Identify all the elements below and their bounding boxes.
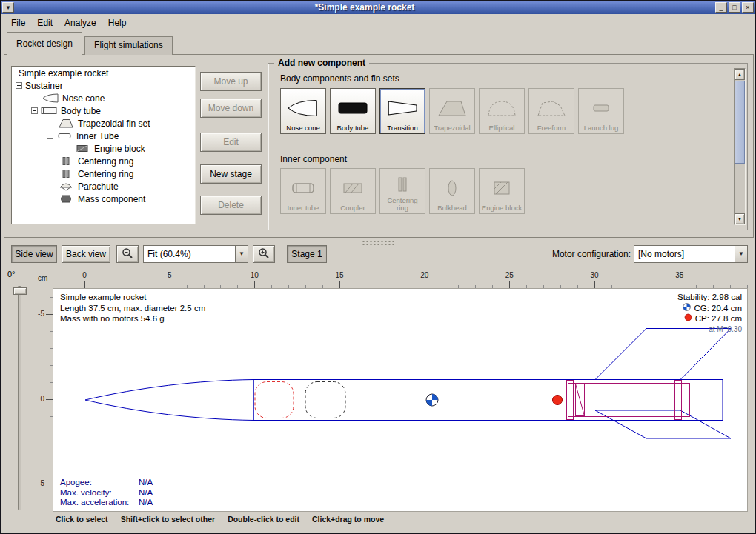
inner-component-label: Inner component <box>280 154 347 164</box>
hint-click-drag: Click+drag to move <box>312 515 384 524</box>
add-elliptical-fin-button[interactable]: Elliptical <box>479 88 525 134</box>
add-inner-tube-button[interactable]: Inner tube <box>280 168 326 214</box>
menu-help[interactable]: Help <box>102 16 133 30</box>
tree-row-nose-cone[interactable]: Nose cone <box>12 92 195 104</box>
rotation-slider-handle[interactable] <box>13 287 27 295</box>
coupler-icon <box>331 171 374 204</box>
add-launch-lug-button[interactable]: Launch lug <box>578 88 624 134</box>
zoom-select[interactable]: Fit (60.4%) ▼ <box>143 245 248 263</box>
body-components-label: Body components and fin sets <box>280 73 399 84</box>
add-centering-ring-button[interactable]: Centering ring <box>379 168 425 214</box>
minimize-button[interactable]: _ <box>715 2 727 13</box>
add-body-tube-button[interactable]: Body tube <box>330 88 376 134</box>
body-tube-icon <box>40 106 58 116</box>
add-coupler-button[interactable]: Coupler <box>330 168 376 214</box>
tab-rocket-design[interactable]: Rocket design <box>7 32 82 55</box>
tree-row-fin-set[interactable]: Trapezoidal fin set <box>12 117 195 130</box>
nose-cone-outline[interactable] <box>85 380 253 421</box>
mass-component-outline[interactable] <box>255 382 294 418</box>
maximize-button[interactable]: □ <box>729 2 740 13</box>
component-scrollbar[interactable]: ▲ ▼ <box>734 68 746 225</box>
chevron-down-icon[interactable]: ▼ <box>735 246 747 262</box>
add-bulkhead-button[interactable]: Bulkhead <box>429 168 475 214</box>
stage-1-toggle[interactable]: Stage 1 <box>287 245 327 263</box>
close-button[interactable]: × <box>742 2 754 13</box>
max-velocity-label: Max. velocity: <box>60 488 139 498</box>
fin-lower-outline[interactable] <box>595 410 731 438</box>
tree-row-rocket[interactable]: Simple example rocket <box>12 67 195 79</box>
body-tube-outline[interactable] <box>253 380 723 421</box>
h-ruler-label: 10 <box>246 271 262 279</box>
menu-edit[interactable]: Edit <box>31 16 59 30</box>
cp-symbol[interactable] <box>553 396 563 405</box>
tree-row-mass-component[interactable]: Mass component <box>12 193 195 205</box>
h-ruler-label: 20 <box>417 271 433 279</box>
group-title: Add new component <box>274 58 369 68</box>
cg-icon <box>683 303 691 314</box>
scrollbar-thumb[interactable] <box>735 81 745 164</box>
cg-symbol[interactable] <box>426 394 438 406</box>
collapse-icon[interactable] <box>47 133 53 139</box>
menu-analyze[interactable]: Analyze <box>59 16 102 30</box>
body-tube-icon <box>331 91 374 124</box>
h-ruler-label: 25 <box>501 271 517 279</box>
collapse-icon[interactable] <box>16 82 22 89</box>
zoom-out-button[interactable] <box>116 245 139 263</box>
menu-file[interactable]: File <box>5 16 31 30</box>
collapse-icon[interactable] <box>31 107 38 114</box>
fin-upper-outline[interactable] <box>595 329 731 380</box>
delete-button[interactable]: Delete <box>200 196 262 215</box>
component-tree[interactable]: Simple example rocket Sustainer Nose con… <box>11 66 196 224</box>
move-down-button[interactable]: Move down <box>200 99 262 118</box>
tree-row-engine-block[interactable]: Engine block <box>12 142 195 155</box>
parachute-outline[interactable] <box>305 382 345 418</box>
tree-label: Nose cone <box>59 93 105 104</box>
back-view-button[interactable]: Back view <box>62 245 110 263</box>
add-transition-button[interactable]: Transition <box>379 88 425 134</box>
tree-row-centering-ring-1[interactable]: Centering ring <box>12 155 195 167</box>
tree-row-inner-tube[interactable]: Inner Tube <box>12 130 195 142</box>
zoom-in-button[interactable] <box>253 245 275 263</box>
tree-row-centering-ring-2[interactable]: Centering ring <box>12 167 195 180</box>
cp-value: CP: 27.8 cm <box>695 313 742 324</box>
centering-ring-front-outline[interactable] <box>567 381 574 420</box>
tree-label: Trapezoidal fin set <box>75 119 150 129</box>
scroll-up-icon[interactable]: ▲ <box>735 69 745 80</box>
stability-value: Stability: 2.98 cal <box>677 292 742 303</box>
tree-label: Inner Tube <box>73 131 119 141</box>
side-view-button[interactable]: Side view <box>11 245 57 263</box>
tab-flight-simulations[interactable]: Flight simulations <box>84 36 173 55</box>
centering-ring-icon <box>57 156 75 166</box>
application-window: ▾ *Simple example rocket _ □ × File Edit… <box>0 0 756 534</box>
window-menu-icon[interactable]: ▾ <box>2 2 14 13</box>
edit-button[interactable]: Edit <box>200 133 262 152</box>
splitter-handle[interactable] <box>362 240 396 246</box>
move-up-button[interactable]: Move up <box>200 72 262 91</box>
scroll-down-icon[interactable]: ▼ <box>735 213 745 224</box>
rocket-figure-canvas[interactable]: Simple example rocket Length 37.5 cm, ma… <box>53 288 748 512</box>
new-stage-button[interactable]: New stage <box>200 164 262 184</box>
tree-label: Parachute <box>75 181 119 192</box>
chevron-down-icon[interactable]: ▼ <box>235 246 248 262</box>
ruler-unit-label: cm <box>38 274 47 282</box>
add-nose-cone-button[interactable]: Nose cone <box>280 88 326 134</box>
rotation-slider[interactable] <box>18 286 21 510</box>
add-trapezoidal-fin-button[interactable]: Trapezoidal <box>429 88 475 134</box>
inner-tube-outline[interactable] <box>568 384 690 417</box>
engine-block-icon <box>73 144 91 153</box>
tree-row-parachute[interactable]: Parachute <box>12 180 195 193</box>
freeform-fin-icon <box>530 91 573 124</box>
engine-block-icon <box>480 171 523 204</box>
motor-configuration-select[interactable]: [No motors] ▼ <box>634 245 748 263</box>
tree-row-sustainer[interactable]: Sustainer <box>12 79 195 92</box>
add-engine-block-button[interactable]: Engine block <box>479 168 525 214</box>
elliptical-fin-icon <box>480 91 523 124</box>
add-freeform-fin-button[interactable]: Freeform <box>528 88 574 134</box>
tree-row-body-tube[interactable]: Body tube <box>12 104 195 117</box>
tree-label: Body tube <box>58 106 101 116</box>
hint-double-click: Double-click to edit <box>228 515 299 524</box>
parachute-icon <box>57 181 75 191</box>
bulkhead-icon <box>431 171 474 204</box>
centering-ring-rear-outline[interactable] <box>675 381 682 420</box>
title-bar[interactable]: ▾ *Simple example rocket _ □ × <box>1 1 755 14</box>
